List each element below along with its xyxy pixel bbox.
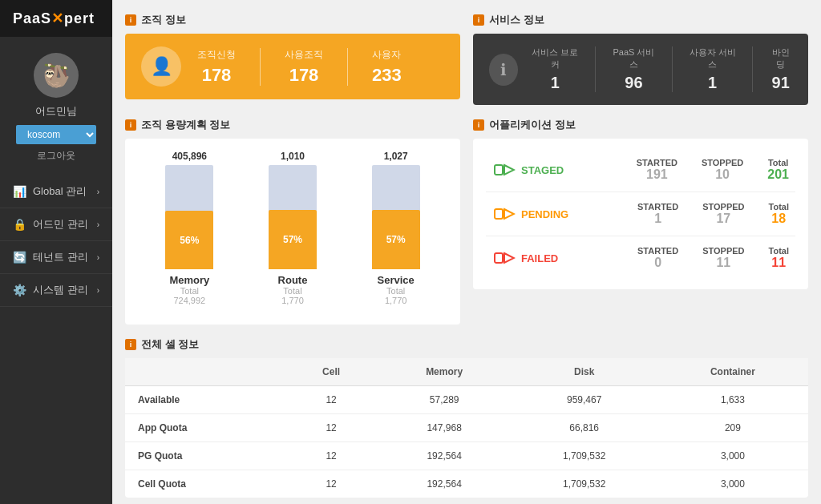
service-stat-binding: 바인딩 91	[752, 46, 792, 92]
chevron-right-icon3: ›	[97, 253, 99, 262]
svg-marker-3	[504, 209, 514, 219]
capacity-icon: i	[125, 119, 136, 131]
sidebar-item-global-label: Global 관리	[33, 184, 87, 199]
app-row-failed: FAILED STARTED 0 STOPPED 11 Total	[486, 236, 795, 280]
table-row: Cell Quota 12 192,564 1,709,532 3,000	[125, 470, 808, 498]
row-label-pgquota: PG Quota	[125, 442, 285, 470]
org-stats: 조직신청 178 사용조직 178 사용자 233	[197, 48, 402, 86]
row-container-cellquota: 3,000	[657, 470, 808, 498]
staged-badge: STAGED	[492, 158, 588, 182]
pending-stopped: STOPPED 17	[702, 202, 744, 226]
bar-service-container: 57%	[372, 165, 420, 269]
capacity-card: 405,896 56% Memory Total 724,992 1,010 5…	[125, 139, 460, 325]
row-container-available: 1,633	[657, 386, 808, 414]
org-info-section: i 조직 정보 👤 조직신청 178 사용조직 178 사용자 2	[125, 13, 460, 105]
col-header-label	[125, 358, 285, 386]
row-cell-cellquota: 12	[285, 470, 377, 498]
service-icon: ℹ	[489, 54, 518, 86]
svg-marker-5	[504, 253, 514, 263]
sidebar-nav: 📊 Global 관리 › 🔒 어드민 관리 › 🔄 테넌트 관리 › ⚙️ 시…	[0, 175, 112, 307]
col-header-cell: Cell	[285, 358, 377, 386]
failed-stopped: STOPPED 11	[702, 246, 744, 270]
table-row: App Quota 12 147,968 66,816 209	[125, 414, 808, 442]
bar-service-fill: 57%	[372, 210, 420, 269]
col-header-disk: Disk	[511, 358, 657, 386]
mid-row: i 조직 용량계획 정보 405,896 56% Memory Total 72…	[125, 118, 808, 325]
org-dropdown[interactable]: koscom	[16, 125, 96, 144]
staged-total: Total 201	[767, 158, 789, 182]
row-cell-pgquota: 12	[285, 442, 377, 470]
pending-icon	[492, 202, 516, 226]
svg-rect-2	[495, 209, 503, 219]
svg-rect-0	[495, 165, 503, 175]
row-memory-available: 57,289	[378, 386, 512, 414]
col-header-container: Container	[657, 358, 808, 386]
sidebar: PaaS✕pert 🦥 어드민님 koscom 로그아웃 📊 Global 관리…	[0, 0, 112, 504]
pending-badge: PENDING	[492, 202, 588, 226]
pending-stats: STARTED 1 STOPPED 17 Total 18	[588, 202, 789, 226]
cell-info-section: i 전체 셀 정보 Cell Memory Disk Container Ava…	[125, 337, 808, 498]
failed-total: Total 11	[769, 246, 789, 270]
service-info-section: i 서비스 정보 ℹ 서비스 브로커 1 PaaS 서비스 96 사용자 서비스	[473, 13, 808, 105]
cell-table-header: Cell Memory Disk Container	[125, 358, 808, 386]
org-stat-users: 사용자 233	[347, 48, 402, 86]
system-icon: ⚙️	[13, 284, 26, 296]
bar-route-container: 57%	[269, 165, 317, 269]
svg-marker-1	[504, 165, 514, 175]
sidebar-item-admin[interactable]: 🔒 어드민 관리 ›	[0, 208, 112, 241]
sidebar-item-tenant-label: 테넌트 관리	[33, 250, 88, 264]
chevron-right-icon2: ›	[97, 220, 99, 229]
org-avatar-icon: 👤	[141, 46, 181, 87]
username-label: 어드민님	[35, 104, 77, 119]
chart-service: 1,027 57% Service Total 1,770	[356, 151, 436, 305]
cell-info-title: i 전체 셀 정보	[125, 337, 808, 352]
service-stat-paas: PaaS 서비스 96	[595, 46, 655, 92]
row-disk-appquota: 66,816	[511, 414, 657, 442]
capacity-charts: 405,896 56% Memory Total 724,992 1,010 5…	[138, 151, 447, 312]
lock-icon: 🔒	[13, 218, 26, 231]
row-label-appquota: App Quota	[125, 414, 285, 442]
service-info-icon: i	[473, 14, 484, 26]
failed-stats: STARTED 0 STOPPED 11 Total 11	[588, 246, 789, 270]
org-stat-used: 사용조직 178	[260, 48, 323, 86]
pending-started: STARTED 1	[637, 202, 678, 226]
sidebar-item-global[interactable]: 📊 Global 관리 ›	[0, 175, 112, 208]
failed-started: STARTED 0	[637, 246, 678, 270]
row-memory-pgquota: 192,564	[378, 442, 512, 470]
row-container-appquota: 209	[657, 414, 808, 442]
staged-icon	[492, 158, 516, 182]
staged-started: STARTED 191	[637, 158, 677, 182]
bar-memory-fill: 56%	[165, 211, 213, 269]
row-cell-appquota: 12	[285, 414, 377, 442]
service-info-card: ℹ 서비스 브로커 1 PaaS 서비스 96 사용자 서비스 1	[473, 34, 808, 105]
row-memory-appquota: 147,968	[378, 414, 512, 442]
failed-icon	[492, 246, 516, 270]
sidebar-item-tenant[interactable]: 🔄 테넌트 관리 ›	[0, 241, 112, 274]
app-row-staged: STAGED STARTED 191 STOPPED 10 Total	[486, 148, 795, 192]
row-memory-cellquota: 192,564	[378, 470, 512, 498]
failed-badge: FAILED	[492, 246, 588, 270]
capacity-section: i 조직 용량계획 정보 405,896 56% Memory Total 72…	[125, 118, 460, 325]
row-label-available: Available	[125, 386, 285, 414]
top-row: i 조직 정보 👤 조직신청 178 사용조직 178 사용자 2	[125, 13, 808, 105]
logout-button[interactable]: 로그아웃	[37, 149, 75, 163]
app-info-card: STAGED STARTED 191 STOPPED 10 Total	[473, 139, 808, 289]
sidebar-item-admin-label: 어드민 관리	[33, 217, 88, 232]
org-info-icon: i	[125, 14, 136, 26]
app-row-pending: PENDING STARTED 1 STOPPED 17 Total	[486, 192, 795, 236]
app-info-section: i 어플리케이션 정보 STAGED	[473, 118, 808, 325]
org-info-card: 👤 조직신청 178 사용조직 178 사용자 233	[125, 34, 460, 99]
row-disk-pgquota: 1,709,532	[511, 442, 657, 470]
row-cell-available: 12	[285, 386, 377, 414]
table-row: PG Quota 12 192,564 1,709,532 3,000	[125, 442, 808, 470]
logo: PaaS✕pert	[0, 0, 112, 37]
sidebar-item-system[interactable]: ⚙️ 시스템 관리 ›	[0, 274, 112, 307]
staged-stopped: STOPPED 10	[702, 158, 743, 182]
capacity-title: i 조직 용량계획 정보	[125, 118, 460, 132]
pending-total: Total 18	[769, 202, 789, 226]
svg-rect-4	[495, 253, 503, 263]
row-disk-cellquota: 1,709,532	[511, 470, 657, 498]
row-container-pgquota: 3,000	[657, 442, 808, 470]
bar-route-fill: 57%	[269, 210, 317, 269]
app-info-title: i 어플리케이션 정보	[473, 118, 808, 132]
